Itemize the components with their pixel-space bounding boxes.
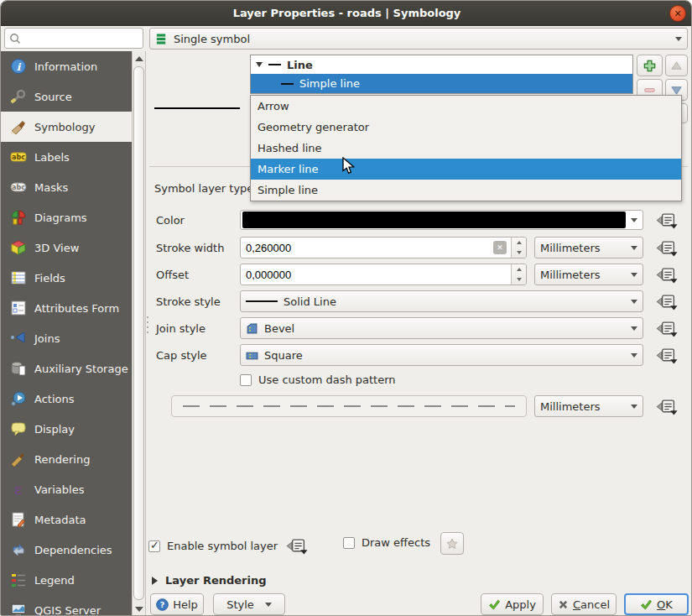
sidebar-item-diagrams[interactable]: Diagrams — [1, 202, 132, 232]
sidebar-scrollbar[interactable] — [132, 51, 146, 616]
titlebar: Layer Properties - roads | Symbology ✕ — [1, 1, 692, 26]
masks-icon: abc — [10, 179, 27, 196]
scrollbar-thumb[interactable] — [133, 66, 144, 600]
stroke-width-spinbox[interactable]: ✕ — [240, 237, 527, 258]
popup-item-geometry-generator[interactable]: Geometry generator — [251, 117, 681, 138]
data-defined-override-button[interactable] — [654, 319, 681, 338]
close-icon[interactable]: ✕ — [669, 5, 686, 22]
color-button[interactable] — [240, 210, 643, 230]
stroke-width-unit-combobox[interactable]: Millimeters — [534, 237, 643, 258]
svg-text:abc: abc — [12, 154, 25, 161]
help-button[interactable]: ? Help — [150, 593, 204, 615]
sidebar-item-label: Auxiliary Storage — [34, 363, 128, 375]
data-defined-override-button[interactable] — [654, 238, 681, 258]
solid-line-icon — [246, 300, 278, 302]
cap-style-combobox[interactable]: Square — [240, 344, 643, 366]
chevron-down-icon — [631, 246, 637, 250]
information-icon: i — [10, 58, 27, 75]
cap-style-value: Square — [264, 349, 625, 362]
data-defined-override-button[interactable] — [284, 536, 311, 556]
dependencies-icon — [10, 541, 27, 558]
join-style-combobox[interactable]: Bevel — [240, 317, 643, 339]
tree-item-simple-line[interactable]: Simple line — [251, 74, 632, 93]
sidebar-item-rendering[interactable]: Rendering — [1, 444, 132, 474]
style-button[interactable]: Style — [213, 593, 285, 615]
expander-icon[interactable] — [256, 62, 263, 67]
ok-button[interactable]: OK — [624, 593, 689, 615]
offset-input[interactable] — [241, 269, 511, 281]
source-icon — [10, 88, 27, 105]
renderer-combobox[interactable]: Single symbol — [149, 28, 688, 50]
tree-item-line[interactable]: Line — [251, 55, 632, 74]
data-defined-override-button[interactable] — [654, 292, 681, 311]
scroll-down-icon[interactable] — [133, 603, 145, 616]
sidebar-item-label: Variables — [34, 483, 84, 496]
color-dropdown-arrow[interactable] — [627, 218, 642, 222]
data-defined-override-button[interactable] — [654, 265, 681, 285]
sidebar-item-metadata[interactable]: Metadata — [1, 504, 132, 535]
chevron-down-icon — [631, 300, 637, 304]
search-box — [4, 28, 143, 49]
stroke-width-input[interactable] — [241, 242, 493, 254]
sidebar-item-label: 3D View — [34, 242, 79, 254]
sidebar-item-labels[interactable]: abc Labels — [1, 142, 132, 172]
sidebar-item-display[interactable]: Display — [1, 414, 132, 444]
add-symbol-layer-button[interactable] — [637, 55, 663, 76]
check-icon — [640, 598, 653, 611]
effects-properties-button[interactable] — [440, 532, 464, 555]
use-custom-dash-label: Use custom dash pattern — [258, 373, 396, 386]
move-up-button[interactable] — [665, 55, 688, 76]
sidebar-item-variables[interactable]: ε Variables — [1, 474, 132, 504]
sidebar-item-symbology[interactable]: Symbology — [1, 112, 132, 142]
sidebar-item-3d-view[interactable]: 3D View — [1, 232, 132, 263]
tree-item-label: Simple line — [299, 77, 360, 90]
chevron-down-icon — [631, 326, 637, 331]
use-custom-dash-checkbox[interactable] — [240, 374, 252, 386]
join-style-label: Join style — [156, 322, 206, 335]
offset-unit-combobox[interactable]: Millimeters — [534, 264, 643, 285]
offset-spinbox[interactable] — [240, 264, 527, 285]
sidebar-item-legend[interactable]: Legend — [1, 565, 132, 595]
search-input[interactable] — [22, 33, 131, 44]
clear-value-icon[interactable]: ✕ — [493, 241, 507, 254]
stroke-style-combobox[interactable]: Solid Line — [240, 290, 643, 312]
chevron-down-icon — [631, 273, 637, 277]
data-defined-override-button[interactable] — [654, 211, 681, 230]
data-defined-override-button[interactable] — [654, 346, 681, 365]
sidebar-item-auxiliary-storage[interactable]: Auxiliary Storage — [1, 353, 132, 384]
stroke-width-label: Stroke width — [156, 242, 224, 254]
sidebar-item-source[interactable]: Source — [1, 81, 132, 112]
popup-item-arrow[interactable]: Arrow — [251, 96, 681, 117]
dash-pattern-button[interactable] — [171, 395, 527, 417]
popup-item-hashed-line[interactable]: Hashed line — [251, 138, 681, 159]
display-icon — [10, 420, 27, 437]
sidebar-item-label: Display — [34, 423, 75, 436]
spinner-buttons[interactable] — [511, 264, 526, 285]
check-icon — [488, 598, 501, 611]
popup-item-marker-line[interactable]: Marker line — [251, 159, 681, 180]
sidebar-item-joins[interactable]: Joins — [1, 323, 132, 353]
sidebar-item-actions[interactable]: Actions — [1, 384, 132, 414]
sidebar-item-qgis-server[interactable]: QGIS Server — [1, 595, 132, 616]
data-defined-override-button[interactable] — [654, 397, 681, 416]
sidebar-item-information[interactable]: i Information — [1, 51, 132, 81]
cancel-button[interactable]: Cancel — [551, 593, 617, 615]
scroll-up-icon[interactable] — [133, 52, 145, 65]
sidebar-item-label: Fields — [34, 272, 65, 285]
sidebar-item-attributes-form[interactable]: Attributes Form — [1, 293, 132, 323]
sidebar-item-masks[interactable]: abc Masks — [1, 172, 132, 202]
sidebar-item-dependencies[interactable]: Dependencies — [1, 535, 132, 565]
collapse-arrow-icon[interactable] — [152, 577, 158, 585]
actions-icon — [10, 390, 27, 407]
dash-unit-combobox[interactable]: Millimeters — [534, 395, 643, 417]
layer-rendering-header[interactable]: Layer Rendering — [165, 574, 267, 587]
arrow-up-icon — [670, 60, 683, 72]
panel-splitter[interactable] — [147, 316, 149, 337]
popup-item-simple-line[interactable]: Simple line — [251, 180, 681, 201]
spinner-buttons[interactable] — [511, 238, 526, 258]
enable-symbol-layer-checkbox[interactable] — [148, 540, 160, 552]
sidebar-item-fields[interactable]: Fields — [1, 263, 132, 293]
color-label: Color — [156, 214, 185, 227]
draw-effects-checkbox[interactable] — [343, 537, 355, 549]
apply-button[interactable]: Apply — [481, 593, 544, 615]
